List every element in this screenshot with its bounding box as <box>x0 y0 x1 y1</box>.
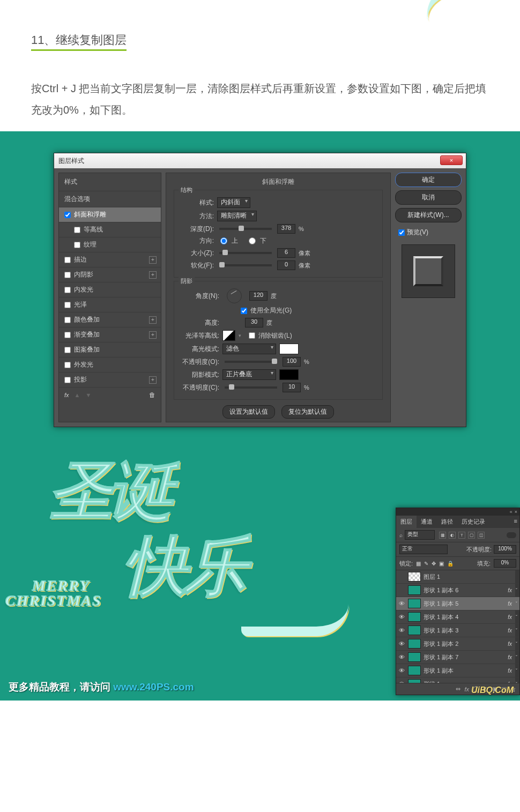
layer-thumbnail[interactable] <box>408 625 421 635</box>
up-icon[interactable]: ▲ <box>75 392 80 398</box>
chevron-down-icon[interactable]: ˇ <box>516 681 517 683</box>
layer-row[interactable]: 👁形状 1fxˇ <box>396 677 519 683</box>
soften-slider[interactable] <box>219 264 272 266</box>
visibility-icon[interactable]: 👁 <box>398 640 405 647</box>
layer-row[interactable]: 👁形状 1 副本fxˇ <box>396 664 519 677</box>
collapse-icon[interactable]: « <box>510 509 512 515</box>
add-effect-icon[interactable]: + <box>149 316 157 324</box>
panel-tab[interactable]: 通道 <box>417 516 437 528</box>
fx-icon[interactable]: fx <box>64 392 69 398</box>
global-light-checkbox[interactable] <box>241 308 247 314</box>
chevron-down-icon[interactable]: ˇ <box>516 614 517 620</box>
style-item[interactable]: 纹理 <box>59 237 161 252</box>
highlight-opacity-slider[interactable] <box>225 361 277 363</box>
panel-tab[interactable]: 图层 <box>396 516 417 528</box>
new-style-button[interactable]: 新建样式(W)... <box>395 208 462 222</box>
opacity-input[interactable]: 100% <box>494 545 516 554</box>
add-effect-icon[interactable]: + <box>149 256 157 264</box>
layer-row[interactable]: 👁形状 1 副本 7fxˇ <box>396 651 519 664</box>
shadow-opacity-input[interactable]: 10 <box>283 383 301 392</box>
style-checkbox[interactable] <box>74 242 80 248</box>
down-icon[interactable]: ▼ <box>85 392 91 398</box>
style-item[interactable]: 颜色叠加+ <box>59 312 161 327</box>
shadow-color[interactable] <box>279 369 299 380</box>
chevron-down-icon[interactable]: ˇ <box>516 628 517 633</box>
style-checkbox[interactable] <box>64 317 71 323</box>
layer-row[interactable]: 图层 1 <box>396 570 519 584</box>
lock-all-icon[interactable]: 🔒 <box>447 561 454 567</box>
angle-input[interactable]: 120 <box>249 291 268 301</box>
highlight-color[interactable] <box>279 344 299 354</box>
style-checkbox[interactable] <box>64 377 71 383</box>
layer-thumbnail[interactable] <box>408 652 421 662</box>
fx-badge[interactable]: fx <box>508 641 512 647</box>
style-checkbox[interactable] <box>74 227 80 233</box>
altitude-input[interactable]: 30 <box>245 318 263 327</box>
dir-up-radio[interactable] <box>220 237 227 244</box>
layer-row[interactable]: 形状 1 副本 6fxˇ <box>396 584 519 597</box>
cancel-button[interactable]: 取消 <box>395 190 462 205</box>
layer-thumbnail[interactable] <box>408 612 421 622</box>
highlight-opacity-input[interactable]: 100 <box>283 357 301 367</box>
size-input[interactable]: 6 <box>277 248 295 258</box>
layer-row[interactable]: 👁形状 1 副本 3fxˇ <box>396 624 519 637</box>
style-checkbox[interactable] <box>64 287 71 293</box>
layer-thumbnail[interactable] <box>408 572 421 582</box>
angle-dial[interactable] <box>227 288 242 303</box>
panel-titlebar[interactable]: « × <box>396 508 519 516</box>
visibility-icon[interactable]: 👁 <box>398 627 405 634</box>
panel-tab[interactable]: 路径 <box>437 516 457 528</box>
add-effect-icon[interactable]: + <box>149 271 157 279</box>
layer-thumbnail[interactable] <box>408 585 421 595</box>
layer-thumbnail[interactable] <box>408 599 421 608</box>
reset-default-button[interactable]: 复位为默认值 <box>281 405 334 419</box>
panel-tab[interactable]: 历史记录 <box>457 516 489 528</box>
add-effect-icon[interactable]: + <box>149 376 157 384</box>
visibility-icon[interactable]: 👁 <box>398 667 405 674</box>
footer-link[interactable]: www.240PS.com <box>113 681 194 692</box>
style-select[interactable]: 内斜面 <box>217 197 250 208</box>
add-effect-icon[interactable]: + <box>149 331 157 339</box>
size-slider[interactable] <box>219 252 272 254</box>
dialog-titlebar[interactable]: 图层样式 × <box>54 153 466 168</box>
layer-thumbnail[interactable] <box>408 639 421 649</box>
lock-brush-icon[interactable]: ✎ <box>424 561 428 567</box>
style-checkbox[interactable] <box>64 332 71 338</box>
fx-badge[interactable]: fx <box>508 614 512 620</box>
style-checkbox[interactable] <box>64 362 71 368</box>
shadow-opacity-slider[interactable] <box>225 386 277 389</box>
style-item[interactable]: 描边+ <box>59 252 161 267</box>
style-item[interactable]: 斜面和浮雕 <box>59 207 161 222</box>
close-button[interactable]: × <box>440 155 463 165</box>
style-checkbox[interactable] <box>64 212 71 218</box>
preview-checkbox[interactable] <box>398 229 405 236</box>
style-item[interactable]: 等高线 <box>59 222 161 237</box>
depth-input[interactable]: 378 <box>277 224 295 234</box>
visibility-icon[interactable]: 👁 <box>398 614 405 620</box>
layer-thumbnail[interactable] <box>408 679 421 683</box>
ok-button[interactable]: 确定 <box>395 173 462 187</box>
blend-mode-select[interactable]: 正常 <box>399 545 448 554</box>
layer-row[interactable]: 👁形状 1 副本 5fxˇ <box>396 597 519 610</box>
filter-kind-select[interactable]: 类型 <box>405 530 435 540</box>
fx-badge[interactable]: fx <box>508 681 512 683</box>
highlight-mode-select[interactable]: 滤色 <box>222 344 276 354</box>
lock-artboard-icon[interactable]: ▣ <box>439 561 444 567</box>
chevron-down-icon[interactable]: ˇ <box>516 601 517 606</box>
gloss-contour[interactable] <box>222 330 235 341</box>
style-item[interactable]: 投影+ <box>59 372 161 387</box>
style-item[interactable]: 外发光 <box>59 357 161 372</box>
fx-badge[interactable]: fx <box>508 587 512 593</box>
fx-badge[interactable]: fx <box>508 628 512 634</box>
depth-slider[interactable] <box>219 228 272 230</box>
set-default-button[interactable]: 设置为默认值 <box>222 405 275 419</box>
filter-shape-icon[interactable]: ▢ <box>468 532 475 539</box>
layer-thumbnail[interactable] <box>408 666 421 675</box>
close-panel-icon[interactable]: × <box>515 509 517 515</box>
style-item[interactable]: 图案叠加 <box>59 342 161 357</box>
fill-input[interactable]: 0% <box>494 559 516 568</box>
chevron-down-icon[interactable]: ˇ <box>516 587 517 593</box>
style-item[interactable]: 光泽 <box>59 297 161 312</box>
panel-menu-icon[interactable]: ≡ <box>514 518 517 524</box>
chevron-down-icon[interactable]: ˇ <box>516 641 517 646</box>
